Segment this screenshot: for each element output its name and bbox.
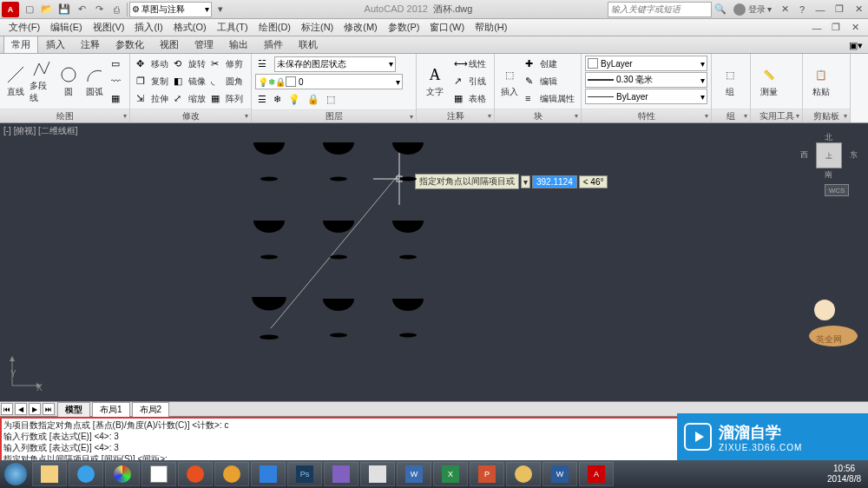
trim-button[interactable]: ✂修剪 xyxy=(208,56,246,72)
ribbon-collapse-icon[interactable]: ▣▾ xyxy=(844,38,868,53)
tab-nav-prev[interactable]: ◀ xyxy=(15,403,27,415)
tb-app1[interactable] xyxy=(105,462,140,486)
rotate-button[interactable]: ⟲旋转 xyxy=(171,56,208,72)
tb-word[interactable]: W xyxy=(397,462,431,486)
tb-wps[interactable]: W xyxy=(542,462,577,486)
help-search-input[interactable] xyxy=(608,2,712,17)
tb-ppt[interactable]: P xyxy=(470,462,504,486)
layer-combo[interactable]: 💡❄🔒0▾ xyxy=(255,74,403,89)
doc-minimize-button[interactable]: — xyxy=(807,20,826,36)
layer-off-button[interactable]: 💡 xyxy=(286,91,303,108)
tab-output[interactable]: 输出 xyxy=(221,36,256,53)
layer-props-button[interactable]: ☱ xyxy=(255,56,273,72)
dyn-dropdown-icon[interactable]: ▾ xyxy=(521,175,530,188)
tb-app5[interactable] xyxy=(324,462,358,486)
insert-block-button[interactable]: ⬚插入 xyxy=(498,64,521,98)
tab-parametric[interactable]: 参数化 xyxy=(108,36,152,53)
tab-online[interactable]: 联机 xyxy=(291,36,326,53)
scale-button[interactable]: ⤢缩放 xyxy=(171,90,208,107)
app-logo[interactable]: A xyxy=(2,2,19,17)
menu-draw[interactable]: 绘图(D) xyxy=(253,21,296,34)
panel-clip-title[interactable]: 剪贴板▾ xyxy=(803,109,850,122)
menu-window[interactable]: 窗口(W) xyxy=(424,21,470,34)
fillet-button[interactable]: ◟圆角 xyxy=(208,73,246,89)
qat-print-icon[interactable]: ⎙ xyxy=(108,2,124,17)
doc-restore-button[interactable]: ❐ xyxy=(826,20,845,36)
mirror-button[interactable]: ◧镜像 xyxy=(171,73,208,89)
menu-file[interactable]: 文件(F) xyxy=(3,21,45,34)
paste-button[interactable]: 📋粘贴 xyxy=(806,64,836,98)
tb-explorer[interactable] xyxy=(32,462,67,486)
hatch-button[interactable]: ▦ xyxy=(108,90,126,107)
tab-layout1[interactable]: 布局1 xyxy=(92,402,130,417)
menu-modify[interactable]: 修改(M) xyxy=(339,21,383,34)
tab-insert[interactable]: 插入 xyxy=(38,36,73,53)
text-button[interactable]: A文字 xyxy=(420,64,450,98)
tab-annotate[interactable]: 注释 xyxy=(73,36,108,53)
maximize-button[interactable]: ❐ xyxy=(830,2,849,17)
tab-addins[interactable]: 插件 xyxy=(256,36,291,53)
menu-param[interactable]: 参数(P) xyxy=(383,21,425,34)
dyn-angle-input[interactable]: < 46° xyxy=(579,175,608,188)
login-button[interactable]: 登录▾ xyxy=(733,3,772,16)
menu-edit[interactable]: 编辑(E) xyxy=(45,21,88,34)
tb-app2[interactable] xyxy=(141,462,176,486)
tab-nav-first[interactable]: ⏮ xyxy=(1,403,13,415)
stretch-button[interactable]: ⇲拉伸 xyxy=(134,90,171,107)
menu-view[interactable]: 视图(V) xyxy=(88,21,130,34)
system-clock[interactable]: 10:56 2014/8/8 xyxy=(820,464,868,485)
tb-autocad[interactable]: A xyxy=(579,462,614,486)
move-button[interactable]: ✥移动 xyxy=(134,56,171,72)
doc-close-button[interactable]: ✕ xyxy=(845,20,865,36)
group-button[interactable]: ⬚组 xyxy=(715,64,745,98)
linetype-combo[interactable]: ByLayer▾ xyxy=(585,89,707,104)
leader-button[interactable]: ↗引线 xyxy=(451,73,489,89)
tab-nav-last[interactable]: ⏭ xyxy=(43,403,55,415)
view-controls-label[interactable]: [-] [俯视] [二维线框] xyxy=(3,125,78,137)
exchange-icon[interactable]: ✕ xyxy=(777,2,792,17)
qat-save-icon[interactable]: 💾 xyxy=(56,2,72,17)
tab-layout2[interactable]: 布局2 xyxy=(132,402,170,417)
panel-group-title[interactable]: 组▾ xyxy=(712,109,750,122)
viewcube[interactable]: 北 南 西 东 上 xyxy=(807,134,851,177)
edit-block-button[interactable]: ✎编辑 xyxy=(523,73,577,89)
source-object[interactable] xyxy=(249,293,289,345)
layer-state-combo[interactable]: 未保存的图层状态▾ xyxy=(274,56,396,72)
layer-lock-button[interactable]: 🔒 xyxy=(305,91,322,108)
panel-draw-title[interactable]: 绘图▾ xyxy=(0,109,129,122)
tab-home[interactable]: 常用 xyxy=(3,36,38,53)
workspace-combo[interactable]: ⚙草图与注释▾ xyxy=(129,2,212,17)
measure-button[interactable]: 📏测量 xyxy=(754,64,784,98)
lineweight-combo[interactable]: 0.30 毫米▾ xyxy=(585,72,707,88)
array-button[interactable]: ▦阵列 xyxy=(208,90,246,107)
table-button[interactable]: ▦表格 xyxy=(451,90,489,107)
qat-redo-icon[interactable]: ↷ xyxy=(91,2,107,17)
qat-new-icon[interactable]: ▢ xyxy=(22,2,37,17)
tb-app7[interactable] xyxy=(506,462,541,486)
dyn-distance-input[interactable]: 392.1124 xyxy=(532,175,577,188)
spline-button[interactable]: 〰 xyxy=(108,73,126,89)
panel-block-title[interactable]: 块▾ xyxy=(495,109,581,122)
menu-insert[interactable]: 插入(I) xyxy=(129,21,168,34)
polyline-button[interactable]: 多段线 xyxy=(30,58,54,104)
drawing-canvas[interactable]: [-] [俯视] [二维线框] 北 南 西 东 上 WCS 指定对角点以间隔项目… xyxy=(0,123,868,401)
close-button[interactable]: ✕ xyxy=(849,2,868,17)
menu-dim[interactable]: 标注(N) xyxy=(296,21,339,34)
menu-format[interactable]: 格式(O) xyxy=(168,21,212,34)
tab-model[interactable]: 模型 xyxy=(57,402,90,417)
help-icon[interactable]: ? xyxy=(794,2,810,17)
tab-nav-next[interactable]: ▶ xyxy=(29,403,41,415)
circle-button[interactable]: 圆 xyxy=(56,64,81,98)
tab-manage[interactable]: 管理 xyxy=(187,36,221,53)
panel-utils-title[interactable]: 实用工具▾ xyxy=(751,109,802,122)
menu-help[interactable]: 帮助(H) xyxy=(470,21,512,34)
tb-mediaplayer[interactable] xyxy=(178,462,213,486)
arc-button[interactable]: 圆弧 xyxy=(82,64,107,98)
menu-tools[interactable]: 工具(T) xyxy=(212,21,253,34)
tb-excel[interactable]: X xyxy=(433,462,468,486)
panel-props-title[interactable]: 特性▾ xyxy=(582,109,711,122)
panel-annot-title[interactable]: 注释▾ xyxy=(417,109,494,122)
tb-app3[interactable] xyxy=(214,462,249,486)
tb-app4[interactable] xyxy=(251,462,286,486)
tb-app6[interactable] xyxy=(360,462,395,486)
